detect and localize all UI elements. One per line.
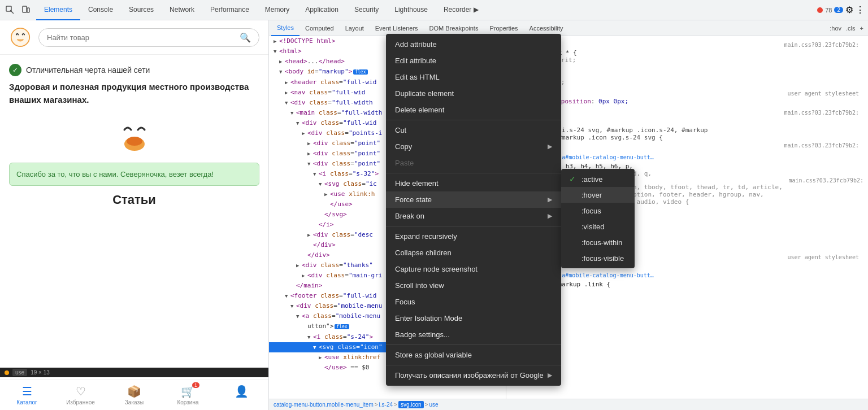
menu-break-on[interactable]: Break on ▶ — [386, 208, 561, 224]
site-logo — [9, 26, 32, 49]
breadcrumb-catalog[interactable]: catalog-menu-button.mobile-menu_item — [274, 402, 374, 408]
submenu-visited[interactable]: ✓ :visited — [561, 219, 635, 234]
subtab-styles[interactable]: Styles — [271, 20, 300, 36]
menu-cut[interactable]: Cut — [386, 122, 561, 138]
menu-edit-attribute[interactable]: Edit attribute — [386, 53, 561, 69]
menu-delete-element[interactable]: Delete element — [386, 102, 561, 118]
menu-focus[interactable]: Focus — [386, 294, 561, 310]
nav-label-orders: Заказы — [125, 399, 144, 405]
submenu-focus-visible-label: :focus-visible — [581, 254, 624, 263]
more-options-icon[interactable]: ⋮ — [856, 5, 865, 15]
nav-item-cart[interactable]: 🛒1 Корзина — [161, 380, 215, 410]
style-rule-3: -24, #markup i.s-24 svg, #markup .icon.s… — [511, 127, 863, 150]
cart-badge: 1 — [192, 382, 199, 388]
style-source-2[interactable]: main.css?03.23fcb79b2: — [511, 108, 863, 117]
device-toggle-icon[interactable] — [19, 3, 33, 17]
tab-memory[interactable]: Memory — [257, 0, 297, 20]
menu-force-state-arrow: ▶ — [548, 196, 552, 203]
menu-scroll-into-view[interactable]: Scroll into view — [386, 277, 561, 294]
style-source-ua1: user agent stylesheet — [511, 89, 863, 98]
menu-divider-1 — [386, 120, 561, 120]
menu-google-desc-arrow: ▶ — [548, 372, 552, 379]
menu-duplicate-element[interactable]: Duplicate element — [386, 85, 561, 102]
style-source-3[interactable]: main.css?03.23fcb79b2: — [511, 141, 863, 150]
menu-paste[interactable]: Paste — [386, 155, 561, 171]
svg-point-3 — [11, 28, 29, 46]
style-rule-markup-a: Inherited from a#mobile-catalog-menu-but… — [511, 272, 863, 288]
menu-enter-isolation[interactable]: Enter Isolation Mode — [386, 310, 561, 326]
style-inherited-header2: Inherited from a#mobile-catalog-menu-but… — [511, 272, 863, 278]
tab-recorder[interactable]: Recorder ▶ — [436, 0, 487, 20]
nav-item-catalog[interactable]: ☰ Каталог — [0, 380, 54, 410]
tab-performance[interactable]: Performance — [202, 0, 257, 20]
menu-expand-recursively[interactable]: Expand recursively — [386, 228, 561, 245]
hov-button[interactable]: :hov — [827, 25, 844, 32]
style-selector-1: #markup .link * { — [511, 49, 863, 56]
subtab-computed[interactable]: Computed — [300, 20, 340, 36]
menu-edit-as-html[interactable]: Edit as HTML — [386, 69, 561, 85]
heart-icon: ♡ — [76, 385, 86, 398]
menu-store-global[interactable]: Store as global variable — [386, 347, 561, 363]
breadcrumb-svg-icon[interactable]: svg.icon — [398, 401, 424, 408]
submenu-focus-visible-check: ✓ — [569, 254, 578, 263]
search-input[interactable] — [47, 33, 240, 42]
tab-security[interactable]: Security — [346, 0, 387, 20]
cart-icon: 🛒1 — [181, 385, 195, 398]
style-selector-svg: svg.icon — [511, 117, 863, 124]
style-selector-complex2: svg.s-24, #markup .icon svg.s-24 svg { — [511, 134, 863, 141]
menu-badge-settings[interactable]: Badge settings... — [386, 326, 561, 343]
style-transparent: transparent; — [511, 78, 863, 86]
menu-capture-screenshot[interactable]: Capture node screenshot — [386, 261, 561, 277]
menu-add-attribute[interactable]: Add attribute — [386, 36, 561, 53]
orders-icon: 📦 — [127, 385, 141, 398]
settings-icon[interactable]: ⚙ — [845, 5, 853, 15]
submenu-focus-within[interactable]: ✓ :focus-within — [561, 234, 635, 250]
submenu-focus-visible[interactable]: ✓ :focus-visible — [561, 250, 635, 266]
site-search-bar[interactable]: 🔍 — [38, 28, 259, 47]
menu-hide-element[interactable]: Hide element — [386, 175, 561, 191]
style-source-1[interactable]: main.css?03.23fcb79b2: — [511, 41, 863, 49]
style-inherited-header: Inherited from a#mobile-catalog-menu-but… — [511, 154, 863, 160]
devtools-topbar-left — [0, 3, 36, 17]
nav-label-favorites: Избранное — [66, 399, 95, 405]
subtab-layout[interactable]: Layout — [340, 20, 370, 36]
menu-divider-3 — [386, 226, 561, 226]
submenu-hover-label: :hover — [581, 191, 602, 199]
cls-button[interactable]: .cls — [844, 25, 858, 32]
badge-2: 2 — [834, 7, 843, 13]
menu-collapse-children[interactable]: Collapse children — [386, 245, 561, 261]
site-thanks-text: Спасибо за то, что вы с нами. Северяночк… — [16, 170, 214, 178]
website-preview: 🔍 ✓ Отличительная черта нашей сети Здоро… — [0, 20, 269, 410]
add-style-button[interactable]: + — [858, 25, 866, 32]
devtools-topbar: Elements Console Sources Network Perform… — [0, 0, 868, 20]
menu-copy[interactable]: Copy ▶ — [386, 138, 561, 155]
tab-network[interactable]: Network — [162, 0, 202, 20]
submenu-focus[interactable]: ✓ :focus — [561, 203, 635, 219]
tab-elements[interactable]: Elements — [36, 0, 80, 20]
menu-google-desc[interactable]: Получать описания изображений от Google … — [386, 367, 561, 383]
style-herit1: herit; — [511, 64, 863, 71]
style-color-rule: color: inherit; — [511, 56, 863, 64]
menu-force-state[interactable]: Force state ▶ — [386, 191, 561, 208]
site-bold-text: Здоровая и полезная продукция местного п… — [9, 81, 259, 106]
site-section-title: Статьи — [9, 193, 259, 207]
submenu-hover[interactable]: ✓ :hover — [561, 187, 635, 203]
tab-application[interactable]: Application — [297, 0, 346, 20]
nav-item-profile[interactable]: 👤 — [215, 380, 268, 410]
breadcrumb-sep-1: > — [375, 402, 378, 408]
nav-item-orders[interactable]: 📦 Заказы — [107, 380, 161, 410]
breadcrumb-i-s24[interactable]: i.s-24 — [379, 402, 393, 408]
inspect-icon[interactable] — [3, 3, 17, 17]
style-herit2: herit; — [511, 71, 863, 78]
tab-lighthouse[interactable]: Lighthouse — [387, 0, 436, 20]
check-circle-icon: ✓ — [9, 64, 21, 76]
site-content: ✓ Отличительная черта нашей сети Здорова… — [0, 55, 268, 223]
nav-item-favorites[interactable]: ♡ Избранное — [54, 380, 107, 410]
tab-sources[interactable]: Sources — [121, 0, 162, 20]
menu-divider-4 — [386, 344, 561, 345]
submenu-active[interactable]: ✓ :active — [561, 171, 635, 187]
breadcrumb-use[interactable]: use — [429, 402, 438, 408]
style-rule-1: main.css?03.23fcb79b2: #markup .link * {… — [511, 41, 863, 86]
tab-console[interactable]: Console — [80, 0, 121, 20]
submenu-active-check: ✓ — [569, 175, 578, 184]
